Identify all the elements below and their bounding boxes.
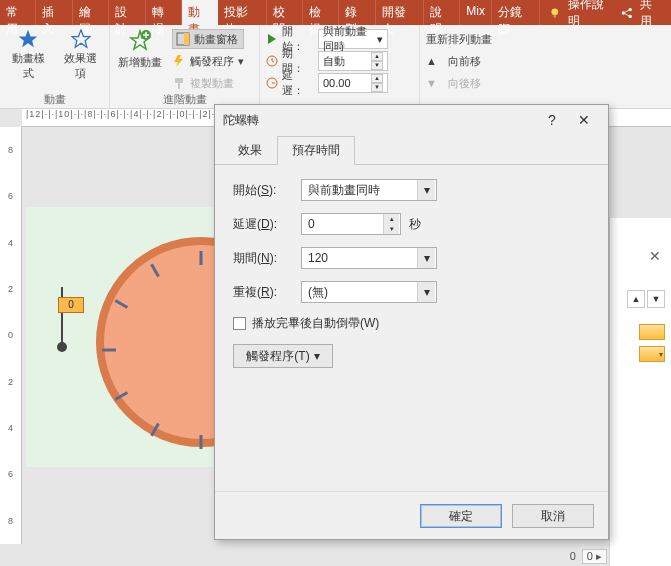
animation-painter-button: 複製動畫 [172, 73, 244, 93]
pane-up-button[interactable]: ▲ [627, 290, 645, 308]
clock-icon [266, 55, 278, 67]
effect-options-button[interactable]: 效果選項 [59, 27, 104, 83]
ribbon-body: 動畫樣式 效果選項 動畫 新增動畫 動畫窗格 觸發程序▾ [0, 25, 671, 109]
checkbox-icon [233, 317, 246, 330]
dlg-duration-combo[interactable]: 120▾ [301, 247, 437, 269]
ruler-vertical: 864202468 [0, 127, 22, 544]
share-icon [620, 6, 634, 20]
status-counter[interactable]: 0 ▸ [582, 549, 607, 564]
add-animation-button[interactable]: 新增動畫 [116, 27, 164, 72]
dlg-repeat-label: 重複(R): [233, 284, 293, 301]
dlg-start-label: 開始(S): [233, 182, 293, 199]
dialog-close-button[interactable]: ✕ [568, 112, 600, 128]
move-later-button: ▼ 向後移 [426, 73, 665, 93]
dlg-rewind-checkbox[interactable]: 播放完畢後自動倒帶(W) [233, 315, 590, 332]
tab-slideshow[interactable]: 投影片 [218, 0, 266, 25]
pane-statusbar: 0 0 ▸ [570, 546, 607, 566]
tab-insert[interactable]: 插入 [36, 0, 72, 25]
move-earlier-button[interactable]: ▲ 向前移 [426, 51, 665, 71]
dlg-ok-button[interactable]: 確定 [420, 504, 502, 528]
pane-icon [176, 32, 190, 46]
tab-view[interactable]: 檢視 [303, 0, 339, 25]
tab-review[interactable]: 校閱 [267, 0, 303, 25]
delay-label: 延遲： [282, 68, 314, 98]
dlg-duration-label: 期間(N): [233, 250, 293, 267]
tab-developer[interactable]: 開發人 [376, 0, 424, 25]
tab-animations[interactable]: 動畫 [182, 0, 218, 25]
pane-close-button[interactable]: ✕ [645, 248, 665, 268]
anim-list-item[interactable] [639, 324, 665, 340]
chevron-down-icon[interactable]: ▾ [417, 180, 435, 200]
animation-styles-button[interactable]: 動畫樣式 [6, 27, 51, 83]
star-plus-icon [128, 29, 152, 53]
animation-tag[interactable]: 0 [58, 297, 84, 313]
animation-pane-strip: ✕ ▲ ▼ [609, 218, 671, 566]
lightbulb-icon [548, 6, 562, 20]
svg-rect-1 [554, 14, 556, 17]
dialog-title: 陀螺轉 [223, 112, 536, 129]
delay-icon [266, 77, 278, 89]
anim-list-item-selected[interactable] [639, 346, 665, 362]
dlg-trigger-button[interactable]: 觸發程序(T) ▾ [233, 344, 333, 368]
reorder-label: 重新排列動畫 [426, 29, 665, 49]
group-label-animation: 動畫 [0, 92, 109, 107]
dlg-delay-label: 延遲(D): [233, 216, 293, 233]
svg-rect-10 [184, 33, 189, 45]
svg-marker-5 [19, 30, 37, 48]
tab-recording[interactable]: 錄製 [339, 0, 375, 25]
star-icon [18, 29, 38, 49]
lightning-icon [172, 54, 186, 68]
svg-rect-13 [178, 83, 180, 89]
spin-down[interactable]: ▼ [371, 83, 383, 92]
svg-marker-6 [72, 30, 90, 48]
dlg-delay-input[interactable]: 0▴▾ [301, 213, 401, 235]
start-combo[interactable]: 與前動畫同時▾ [318, 29, 388, 49]
chevron-down-icon[interactable]: ▾ [417, 248, 435, 268]
svg-marker-14 [268, 34, 276, 44]
play-icon [266, 33, 278, 45]
tab-storyboard[interactable]: 分鏡腳 [492, 0, 540, 25]
tab-draw[interactable]: 繪圖 [73, 0, 109, 25]
tab-mix[interactable]: Mix [460, 0, 492, 25]
duration-input[interactable]: 自動▲▼ [318, 51, 388, 71]
spin-dialog: 陀螺轉 ? ✕ 效果 預存時間 開始(S): 與前動畫同時▾ 延遲(D): 0▴… [214, 104, 609, 540]
tab-help[interactable]: 說明 [424, 0, 460, 25]
svg-point-4 [629, 14, 632, 17]
ribbon-tabs: 常用 插入 繪圖 設計 轉場 動畫 投影片 校閱 檢視 錄製 開發人 說明 Mi… [0, 0, 671, 25]
tab-design[interactable]: 設計 [109, 0, 145, 25]
spin-down[interactable]: ▾ [383, 224, 399, 234]
dialog-help-button[interactable]: ? [536, 112, 568, 128]
spin-up[interactable]: ▲ [371, 74, 383, 83]
svg-marker-11 [174, 55, 183, 67]
dlg-start-combo[interactable]: 與前動畫同時▾ [301, 179, 437, 201]
spin-down[interactable]: ▼ [371, 61, 383, 70]
svg-point-3 [629, 7, 632, 10]
needle-shape[interactable] [61, 287, 63, 347]
dialog-tab-timing[interactable]: 預存時間 [277, 136, 355, 165]
slide[interactable]: 0 [26, 207, 236, 467]
brush-icon [172, 76, 186, 90]
star-outline-icon [71, 29, 91, 49]
pane-down-button[interactable]: ▼ [647, 290, 665, 308]
svg-point-0 [551, 8, 558, 15]
dlg-delay-unit: 秒 [409, 216, 421, 233]
dlg-cancel-button[interactable]: 取消 [512, 504, 594, 528]
dialog-tab-effect[interactable]: 效果 [223, 136, 277, 165]
trigger-button[interactable]: 觸發程序▾ [172, 51, 244, 71]
tab-transitions[interactable]: 轉場 [146, 0, 182, 25]
spin-up[interactable]: ▲ [371, 52, 383, 61]
animation-pane-button[interactable]: 動畫窗格 [172, 29, 244, 49]
chevron-down-icon[interactable]: ▾ [417, 282, 435, 302]
spin-up[interactable]: ▴ [383, 214, 399, 224]
tab-home[interactable]: 常用 [0, 0, 36, 25]
delay-input[interactable]: 00.00▲▼ [318, 73, 388, 93]
svg-point-2 [622, 11, 625, 14]
svg-rect-12 [175, 78, 183, 83]
dlg-repeat-combo[interactable]: (無)▾ [301, 281, 437, 303]
